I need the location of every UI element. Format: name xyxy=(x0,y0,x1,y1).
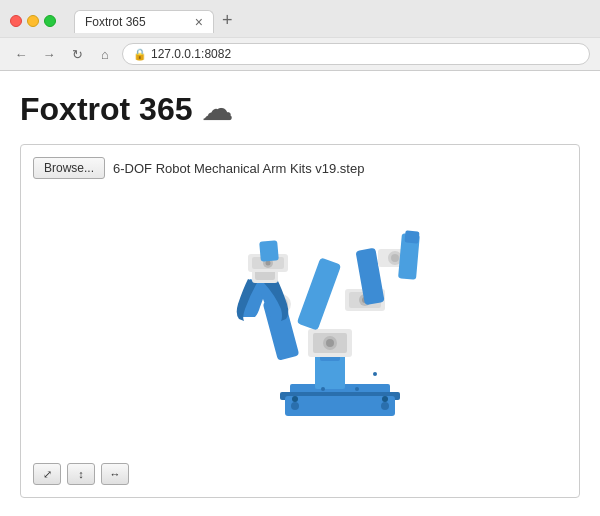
tab-bar: Foxtrot 365 × + xyxy=(74,8,590,33)
svg-point-5 xyxy=(292,396,298,402)
fit-view-button[interactable]: ⤢ xyxy=(33,463,61,485)
title-bar: Foxtrot 365 × + xyxy=(0,0,600,37)
refresh-button[interactable]: ↻ xyxy=(66,43,88,65)
back-button[interactable]: ← xyxy=(10,43,32,65)
home-button[interactable]: ⌂ xyxy=(94,43,116,65)
browser-chrome: Foxtrot 365 × + ← → ↻ ⌂ 🔒 127.0.0.1:8082 xyxy=(0,0,600,71)
svg-point-36 xyxy=(355,387,359,391)
viewer-box: Browse... 6-DOF Robot Mechanical Arm Kit… xyxy=(20,144,580,498)
cloud-icon: ☁ xyxy=(202,92,232,127)
svg-point-37 xyxy=(373,372,377,376)
new-tab-button[interactable]: + xyxy=(218,8,237,33)
viewer-toolbar: ⤢ ↕ ↔ xyxy=(33,457,567,485)
page-footer: ⌂ About ● Source xyxy=(0,510,600,516)
svg-rect-17 xyxy=(297,257,342,330)
browser-tab[interactable]: Foxtrot 365 × xyxy=(74,10,214,33)
page-title: Foxtrot 365 ☁ xyxy=(20,91,580,128)
minimize-traffic-light[interactable] xyxy=(27,15,39,27)
lock-icon: 🔒 xyxy=(133,48,147,61)
svg-rect-27 xyxy=(405,230,420,243)
model-viewport xyxy=(33,189,567,449)
tab-title: Foxtrot 365 xyxy=(85,15,189,29)
svg-rect-2 xyxy=(285,396,395,416)
vertical-view-button[interactable]: ↕ xyxy=(67,463,95,485)
browse-button[interactable]: Browse... xyxy=(33,157,105,179)
tab-close-icon[interactable]: × xyxy=(195,15,203,29)
svg-point-6 xyxy=(382,396,388,402)
maximize-traffic-light[interactable] xyxy=(44,15,56,27)
page-title-text: Foxtrot 365 xyxy=(20,91,192,128)
robot-arm-svg xyxy=(160,199,440,439)
svg-point-12 xyxy=(326,339,334,347)
close-traffic-light[interactable] xyxy=(10,15,22,27)
nav-bar: ← → ↻ ⌂ 🔒 127.0.0.1:8082 xyxy=(0,37,600,70)
address-bar[interactable]: 🔒 127.0.0.1:8082 xyxy=(122,43,590,65)
svg-point-4 xyxy=(381,402,389,410)
file-name: 6-DOF Robot Mechanical Arm Kits v19.step xyxy=(113,161,364,176)
page-content: Foxtrot 365 ☁ Browse... 6-DOF Robot Mech… xyxy=(0,71,600,510)
svg-rect-34 xyxy=(259,240,279,261)
svg-point-3 xyxy=(291,402,299,410)
horizontal-view-button[interactable]: ↔ xyxy=(101,463,129,485)
forward-button[interactable]: → xyxy=(38,43,60,65)
svg-point-25 xyxy=(391,254,399,262)
svg-point-35 xyxy=(321,387,325,391)
traffic-lights xyxy=(10,15,56,27)
address-text: 127.0.0.1:8082 xyxy=(151,47,231,61)
file-row: Browse... 6-DOF Robot Mechanical Arm Kit… xyxy=(33,157,567,179)
